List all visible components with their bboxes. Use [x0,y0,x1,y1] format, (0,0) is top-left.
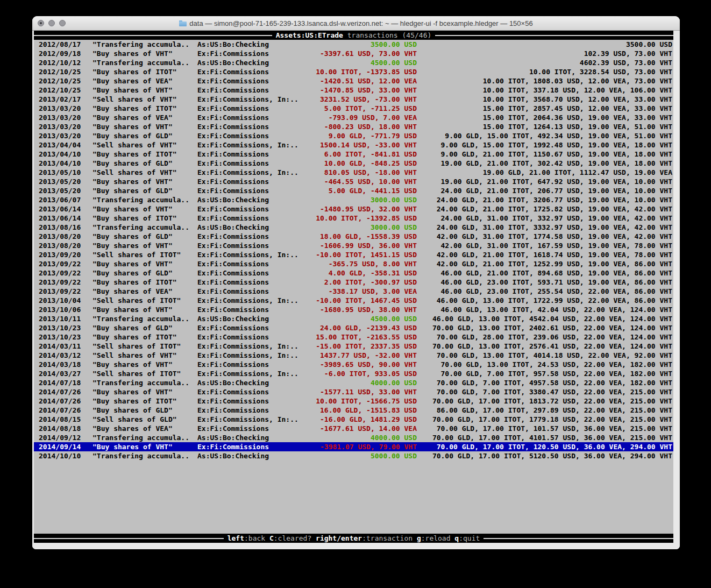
transaction-row[interactable]: 2013/09/22 "Buy shares of VHT" Ex:Fi:Com… [34,259,673,268]
transaction-row[interactable]: 2013/03/20 "Buy shares of ITOT" Ex:Fi:Co… [34,104,673,113]
transaction-row[interactable]: 2014/09/12 "Transfering accumula.. As:US… [34,433,673,442]
txn-other-accounts: Ex:Fi:Commissions [197,424,309,433]
transaction-row[interactable]: 2013/09/22 "Buy shares of VEA" Ex:Fi:Com… [34,287,673,296]
transaction-row[interactable]: 2013/10/23 "Buy shares of ITOT" Ex:Fi:Co… [34,332,673,342]
transaction-row[interactable]: 2013/10/06 "Buy shares of VHT" Ex:Fi:Com… [34,305,673,314]
txn-description: "Buy shares of GLD" [93,406,197,415]
txn-description: "Sell shares of VHT" [93,168,197,177]
txn-other-accounts: Ex:Fi:Commissions [197,232,309,241]
txn-date: 2012/10/25 [34,86,93,95]
txn-running-balance: 70.00 GLD, 17.00 ITOT, 1813.72 USD, 22.0… [417,396,673,406]
transaction-row[interactable]: 2013/05/10 "Sell shares of VHT" Ex:Fi:Co… [34,168,673,177]
transaction-row[interactable]: 2013/08/20 "Buy shares of GLD" Ex:Fi:Com… [34,232,673,241]
txn-amount: 4500.00 USD [309,314,417,323]
transaction-row[interactable]: 2014/03/11 "Sell shares of ITOT" Ex:Fi:C… [34,342,673,351]
transaction-row[interactable]: 2013/10/04 "Sell shares of ITOT" Ex:Fi:C… [34,296,673,305]
transaction-row[interactable]: 2012/10/12 "Transfering accumula.. As:US… [34,58,673,67]
window-zoom-button[interactable] [59,20,66,26]
txn-amount: -10.00 ITOT, 1467.45 USD [309,296,417,305]
transaction-row[interactable]: 2013/06/14 "Buy shares of VHT" Ex:Fi:Com… [34,204,673,214]
transaction-row[interactable]: 2013/08/20 "Buy shares of VHT" Ex:Fi:Com… [34,241,673,250]
transaction-row[interactable]: 2014/08/15 "Sell shares of GLD" Ex:Fi:Co… [34,415,673,424]
txn-date: 2013/06/14 [34,204,93,214]
transaction-row[interactable]: 2013/10/11 "Transfering accumula.. As:US… [34,314,673,323]
transaction-row[interactable]: 2013/05/20 "Buy shares of VHT" Ex:Fi:Com… [34,177,673,186]
transaction-row[interactable]: 2013/09/22 "Buy shares of GLD" Ex:Fi:Com… [34,268,673,278]
txn-amount: -1420.51 USD, 12.00 VEA [309,76,417,86]
hledger-ui-screen: Assets:US:ETrade transactions (45/46) 20… [34,31,673,543]
txn-description: "Transfering accumula.. [93,433,197,442]
txn-description: "Sell shares of VHT" [93,351,197,360]
txn-running-balance: 70.00 GLD, 13.00 ITOT, 24.53 USD, 22.00 … [417,360,673,369]
transaction-row[interactable]: 2012/10/25 "Buy shares of VEA" Ex:Fi:Com… [34,76,673,86]
transaction-row[interactable]: 2013/09/22 "Buy shares of ITOT" Ex:Fi:Co… [34,278,673,287]
txn-description: "Buy shares of VEA" [93,424,197,433]
transaction-row[interactable]: 2014/10/10 "Transfering accumula.. As:US… [34,451,673,461]
scrollbar[interactable] [673,31,680,543]
transaction-row[interactable]: 2013/09/20 "Sell shares of ITOT" Ex:Fi:C… [34,250,673,259]
txn-running-balance: 46.00 GLD, 13.00 ITOT, 1722.99 USD, 22.0… [417,296,673,305]
transaction-row[interactable]: 2013/06/07 "Transfering accumula.. As:US… [34,195,673,204]
txn-running-balance: 46.00 GLD, 13.00 ITOT, 4542.04 USD, 22.0… [417,314,673,323]
txn-other-accounts: Ex:Fi:Commissions [197,442,309,451]
transaction-row[interactable]: 2013/02/17 "Sell shares of VHT" Ex:Fi:Co… [34,95,673,104]
transaction-row[interactable]: 2014/03/27 "Sell shares of ITOT" Ex:Fi:C… [34,369,673,378]
txn-other-accounts: As:US:Bo:Checking [197,58,309,67]
txn-date: 2013/04/04 [34,140,93,150]
txn-running-balance: 70.00 GLD, 13.00 ITOT, 4014.18 USD, 22.0… [417,351,673,360]
txn-other-accounts: Ex:Fi:Commissions [197,278,309,287]
transaction-row[interactable]: 2013/03/20 "Buy shares of GLD" Ex:Fi:Com… [34,131,673,140]
transaction-row[interactable]: 2013/04/10 "Buy shares of ITOT" Ex:Fi:Co… [34,150,673,159]
txn-amount: 4000.00 USD [309,433,417,442]
status-key-bar: left:back C:cleared? right/enter:transac… [34,534,673,543]
window-close-button[interactable] [38,20,44,26]
txn-date: 2014/09/12 [34,433,93,442]
txn-other-accounts: Ex:Fi:Commissions [197,287,309,296]
transaction-row[interactable]: 2012/10/25 "Buy shares of VHT" Ex:Fi:Com… [34,86,673,95]
transaction-row[interactable]: 2014/07/26 "Buy shares of ITOT" Ex:Fi:Co… [34,396,673,406]
txn-amount: 3000.00 USD [309,223,417,232]
transaction-row[interactable]: 2014/07/18 "Transfering accumula.. As:US… [34,378,673,387]
transaction-row[interactable]: 2014/03/18 "Buy shares of VHT" Ex:Fi:Com… [34,360,673,369]
txn-date: 2013/08/20 [34,232,93,241]
window-titlebar[interactable]: data — simon@pool-71-165-239-133.lsanca.… [32,16,680,31]
txn-date: 2012/08/17 [34,40,93,49]
transaction-row[interactable]: 2014/07/26 "Buy shares of GLD" Ex:Fi:Com… [34,406,673,415]
txn-date: 2013/10/06 [34,305,93,314]
txn-running-balance: 10.00 ITOT, 3228.54 USD, 73.00 VHT [417,67,673,76]
transaction-row[interactable]: 2013/08/16 "Transfering accumula.. As:US… [34,223,673,232]
transaction-row[interactable]: 2014/09/14 "Buy shares of VHT" Ex:Fi:Com… [34,442,673,451]
txn-running-balance: 70.00 GLD, 7.00 ITOT, 4957.58 USD, 22.00… [417,378,673,387]
txn-amount: 1437.77 USD, -32.00 VHT [309,351,417,360]
transaction-row[interactable]: 2013/04/10 "Buy shares of GLD" Ex:Fi:Com… [34,159,673,168]
transaction-row[interactable]: 2014/08/18 "Buy shares of VEA" Ex:Fi:Com… [34,424,673,433]
txn-running-balance: 19.00 GLD, 21.00 ITOT, 302.42 USD, 19.00… [417,159,673,168]
txn-description: "Buy shares of VHT" [93,86,197,95]
txn-running-balance: 42.00 GLD, 21.00 ITOT, 1618.74 USD, 19.0… [417,250,673,259]
transaction-row[interactable]: 2012/08/17 "Transfering accumula.. As:US… [34,40,673,49]
transaction-row[interactable]: 2013/03/20 "Buy shares of VEA" Ex:Fi:Com… [34,113,673,122]
transaction-row[interactable]: 2013/06/14 "Buy shares of ITOT" Ex:Fi:Co… [34,214,673,223]
txn-amount: 18.00 GLD, -1558.39 USD [309,232,417,241]
txn-other-accounts: Ex:Fi:Commissions [197,76,309,86]
transaction-row[interactable]: 2012/10/25 "Buy shares of ITOT" Ex:Fi:Co… [34,67,673,76]
txn-other-accounts: As:US:Bo:Checking [197,451,309,461]
txn-amount: -3397.61 USD, 73.00 VHT [309,49,417,58]
txn-other-accounts: Ex:Fi:Commissions, In:.. [197,296,309,305]
txn-description: "Buy shares of VHT" [93,204,197,214]
transaction-row[interactable]: 2014/03/12 "Sell shares of VHT" Ex:Fi:Co… [34,351,673,360]
txn-description: "Buy shares of GLD" [93,131,197,140]
txn-amount: 1500.14 USD, -33.00 VHT [309,140,417,150]
txn-running-balance: 70.00 GLD, 13.00 ITOT, 2576.41 USD, 22.0… [417,342,673,351]
txn-description: "Buy shares of VHT" [93,305,197,314]
transaction-row[interactable]: 2013/04/04 "Sell shares of VHT" Ex:Fi:Co… [34,140,673,150]
transaction-row[interactable]: 2013/03/20 "Buy shares of VHT" Ex:Fi:Com… [34,122,673,131]
window-minimize-button[interactable] [48,20,55,26]
txn-running-balance: 10.00 ITOT, 1808.03 USD, 12.00 VEA, 73.0… [417,76,673,86]
transaction-row[interactable]: 2013/10/23 "Buy shares of GLD" Ex:Fi:Com… [34,323,673,332]
transaction-row[interactable]: 2014/07/26 "Buy shares of VHT" Ex:Fi:Com… [34,387,673,396]
txn-running-balance: 70.00 GLD, 7.00 ITOT, 3380.47 USD, 22.00… [417,387,673,396]
transaction-row[interactable]: 2012/09/18 "Buy shares of VHT" Ex:Fi:Com… [34,49,673,58]
txn-date: 2014/03/27 [34,369,93,378]
transaction-row[interactable]: 2013/05/20 "Buy shares of GLD" Ex:Fi:Com… [34,186,673,195]
